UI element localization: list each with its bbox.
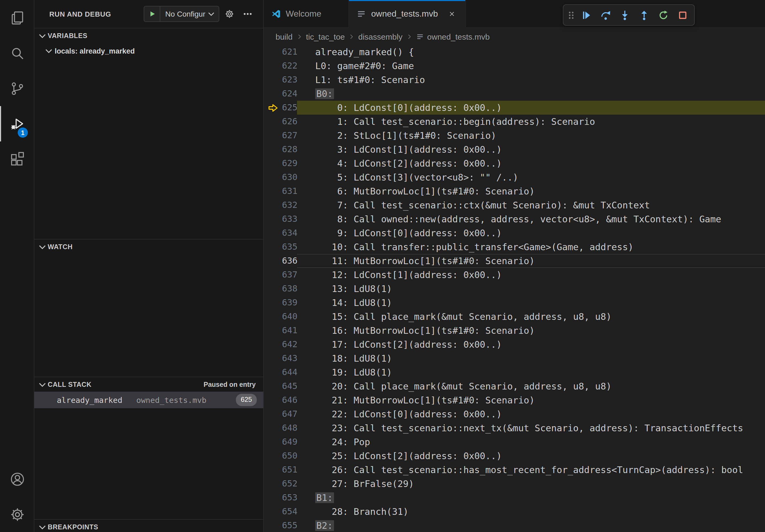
line-number[interactable]: 645 [282, 379, 297, 393]
line-number[interactable]: 630 [282, 170, 297, 184]
debug-config-control[interactable]: No Configur [144, 6, 219, 22]
line-text[interactable]: 2: StLoc[1](ts#1#0: Scenario) [297, 129, 765, 142]
code-line[interactable]: 649 24: Pop [264, 435, 765, 449]
activity-item-source-control[interactable] [0, 71, 34, 106]
line-number[interactable]: 650 [282, 449, 297, 463]
line-number[interactable]: 621 [282, 45, 297, 59]
chevron-down-icon[interactable] [38, 522, 47, 532]
breadcrumb-item[interactable]: tic_tac_toe [306, 32, 345, 41]
chevron-down-icon[interactable] [38, 380, 47, 389]
variables-pane-header[interactable]: VARIABLES [34, 28, 263, 43]
activity-item-account[interactable] [0, 461, 34, 497]
gutter-glyph-margin[interactable] [264, 296, 282, 310]
line-text[interactable]: 20: Call place_mark(&mut Scenario, addre… [297, 379, 765, 393]
code-line[interactable]: 631 6: MutBorrowLoc[1](ts#1#0: Scenario) [264, 184, 765, 198]
gutter-glyph-margin[interactable] [264, 449, 282, 463]
gutter-glyph-margin[interactable] [264, 115, 282, 129]
gutter-glyph-margin[interactable] [264, 421, 282, 435]
line-text[interactable]: 12: LdConst[1](address: 0x00..) [297, 268, 765, 282]
code-line[interactable]: 630 5: LdConst[3](vector<u8>: "" /..) [264, 170, 765, 184]
line-text[interactable]: 0: LdConst[0](address: 0x00..) [297, 101, 765, 115]
gutter-glyph-margin[interactable] [264, 59, 282, 73]
line-number[interactable]: 628 [282, 142, 297, 156]
gutter-glyph-margin[interactable] [264, 87, 282, 101]
gutter-glyph-margin[interactable] [264, 519, 282, 532]
debug-gear-button[interactable] [222, 6, 238, 22]
line-text[interactable]: 19: LdU8(1) [297, 366, 765, 379]
gutter-glyph-margin[interactable] [264, 170, 282, 184]
line-number[interactable]: 652 [282, 477, 297, 491]
line-number[interactable]: 644 [282, 366, 297, 379]
code-line[interactable]: 627 2: StLoc[1](ts#1#0: Scenario) [264, 129, 765, 142]
line-text[interactable]: 8: Call owned::new(address, address, vec… [297, 212, 765, 226]
gutter-glyph-margin[interactable] [264, 505, 282, 519]
gutter-glyph-margin[interactable] [264, 491, 282, 505]
code-line[interactable]: 645 20: Call place_mark(&mut Scenario, a… [264, 379, 765, 393]
line-number[interactable]: 642 [282, 338, 297, 352]
code-line[interactable]: 626 1: Call test_scenario::begin(address… [264, 115, 765, 129]
line-number[interactable]: 655 [282, 519, 297, 532]
line-text[interactable]: 24: Pop [297, 435, 765, 449]
step-over-button[interactable] [596, 6, 614, 24]
line-number[interactable]: 643 [282, 352, 297, 366]
code-line[interactable]: 648 23: Call test_scenario::next_tx(&mut… [264, 421, 765, 435]
activity-item-search[interactable] [0, 35, 34, 71]
line-text[interactable]: 9: LdConst[0](address: 0x00..) [297, 226, 765, 240]
debug-config-label[interactable]: No Configur [161, 10, 207, 18]
activity-item-settings[interactable] [0, 497, 34, 532]
watch-pane-header[interactable]: WATCH [34, 239, 263, 254]
line-text[interactable]: 16: MutBorrowLoc[1](ts#1#0: Scenario) [297, 324, 765, 338]
line-number[interactable]: 647 [282, 407, 297, 421]
gutter-glyph-margin[interactable] [264, 198, 282, 212]
code-line[interactable]: 646 21: MutBorrowLoc[1](ts#1#0: Scenario… [264, 393, 765, 407]
call-stack-pane-header[interactable]: CALL STACK Paused on entry [34, 377, 263, 392]
gutter-glyph-margin[interactable] [264, 212, 282, 226]
line-text[interactable]: 11: MutBorrowLoc[1](ts#1#0: Scenario) [297, 254, 765, 268]
line-text[interactable]: 26: Call test_scenario::has_most_recent_… [297, 463, 765, 477]
breakpoints-pane-header[interactable]: BREAKPOINTS [34, 520, 263, 532]
line-text[interactable]: L1: ts#1#0: Scenario [297, 73, 765, 87]
line-number[interactable]: 653 [282, 491, 297, 505]
start-debugging-button[interactable] [145, 6, 161, 21]
call-stack-frame[interactable]: already_markedowned_tests.mvb625 [34, 392, 263, 408]
gutter-glyph-margin[interactable] [264, 393, 282, 407]
line-number[interactable]: 629 [282, 156, 297, 170]
line-number[interactable]: 625 [282, 101, 297, 115]
code-line[interactable]: 651 26: Call test_scenario::has_most_rec… [264, 463, 765, 477]
toolbar-drag-handle[interactable] [566, 8, 576, 22]
line-text[interactable]: 5: LdConst[3](vector<u8>: "" /..) [297, 170, 765, 184]
code-line[interactable]: 655B2: [264, 519, 765, 532]
code-line[interactable]: 640 15: Call place_mark(&mut Scenario, a… [264, 310, 765, 324]
chevron-down-icon[interactable] [38, 31, 47, 40]
line-text[interactable]: 18: LdU8(1) [297, 352, 765, 366]
line-number[interactable]: 634 [282, 226, 297, 240]
code-line[interactable]: 653B1: [264, 491, 765, 505]
activity-item-run-and-debug[interactable]: 1 [0, 106, 34, 141]
gutter-glyph-margin[interactable] [264, 477, 282, 491]
gutter-glyph-margin[interactable] [264, 310, 282, 324]
restart-button[interactable] [654, 6, 672, 24]
line-number[interactable]: 624 [282, 87, 297, 101]
gutter-glyph-margin[interactable] [264, 435, 282, 449]
chevron-down-icon[interactable] [44, 46, 54, 56]
more-actions-button[interactable] [240, 6, 256, 22]
line-text[interactable]: 13: LdU8(1) [297, 282, 765, 296]
line-number[interactable]: 651 [282, 463, 297, 477]
line-text[interactable]: B2: [297, 519, 765, 532]
code-line[interactable]: 643 18: LdU8(1) [264, 352, 765, 366]
stop-button[interactable] [673, 6, 692, 24]
variables-scope-row[interactable]: locals: already_marked [34, 43, 263, 59]
line-text[interactable]: 3: LdConst[1](address: 0x00..) [297, 142, 765, 156]
line-number[interactable]: 633 [282, 212, 297, 226]
tab-owned-tests-mvb[interactable]: owned_tests.mvb [349, 0, 466, 28]
step-into-button[interactable] [615, 6, 634, 24]
code-line[interactable]: 652 27: BrFalse(29) [264, 477, 765, 491]
gutter-glyph-margin[interactable] [264, 73, 282, 87]
code-line[interactable]: 639 14: LdU8(1) [264, 296, 765, 310]
line-text[interactable]: 17: LdConst[2](address: 0x00..) [297, 338, 765, 352]
line-text[interactable]: 1: Call test_scenario::begin(address): S… [297, 115, 765, 129]
gutter-glyph-margin[interactable] [264, 184, 282, 198]
gutter-glyph-margin[interactable] [264, 379, 282, 393]
gutter-glyph-margin[interactable] [264, 324, 282, 338]
gutter-glyph-margin[interactable] [264, 282, 282, 296]
